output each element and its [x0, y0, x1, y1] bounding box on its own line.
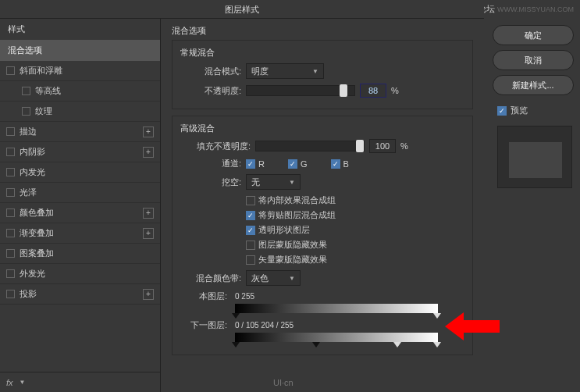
opacity-slider[interactable]	[246, 85, 355, 96]
advanced-blend-group: 高级混合 填充不透明度: 100 % 通道: ✓R ✓G ✓B 挖空:	[172, 116, 473, 355]
adv-option[interactable]: 将内部效果混合成组	[246, 194, 464, 206]
sidebar-item[interactable]: 颜色叠加+	[0, 203, 160, 223]
cancel-button[interactable]: 取消	[493, 50, 574, 70]
checkbox[interactable]	[6, 127, 15, 136]
add-icon[interactable]: +	[143, 127, 154, 137]
opacity-value[interactable]: 88	[360, 84, 386, 98]
blend-mode-select[interactable]: 明度▼	[246, 63, 324, 79]
sidebar-item[interactable]: 渐变叠加+	[0, 223, 160, 244]
fx-menu-icon[interactable]: ▼	[20, 379, 26, 386]
under-layer-values: 0 / 105 204 / 255	[235, 321, 294, 330]
fill-opacity-label: 填充不透明度:	[180, 141, 251, 152]
checkbox[interactable]	[6, 188, 15, 197]
channel-b[interactable]: ✓B	[331, 159, 349, 169]
checkbox[interactable]	[6, 66, 15, 75]
channels-label: 通道:	[180, 158, 241, 169]
blendif-label: 混合颜色带:	[180, 273, 241, 284]
preview-swatch	[497, 126, 572, 188]
fx-icon[interactable]: fx	[6, 378, 13, 387]
sidebar-header: 样式	[0, 19, 160, 40]
adv-title: 高级混合	[180, 123, 464, 134]
add-icon[interactable]: +	[143, 147, 154, 158]
dialog-title: 图层样式	[0, 0, 484, 19]
sidebar-item[interactable]: 纹理	[0, 102, 160, 122]
adv-option[interactable]: ✓透明形状图层	[246, 224, 464, 236]
checkbox[interactable]	[6, 148, 15, 156]
blend-mode-label: 混合模式:	[180, 66, 241, 77]
pct-label: %	[391, 86, 399, 95]
preview-checkbox[interactable]: ✓预览	[497, 105, 574, 116]
checkbox[interactable]	[6, 229, 15, 237]
layer-style-dialog: 图层样式 样式 混合选项 斜面和浮雕等高线纹理描边+内阴影+内发光光泽颜色叠加+…	[0, 0, 484, 392]
add-icon[interactable]: +	[143, 208, 154, 219]
checkbox[interactable]	[6, 208, 15, 217]
checkbox[interactable]	[6, 269, 15, 278]
checkbox[interactable]	[6, 290, 15, 298]
sidebar-item[interactable]: 内发光	[0, 162, 160, 183]
channel-r[interactable]: ✓R	[246, 159, 265, 169]
chevron-down-icon: ▼	[312, 68, 318, 75]
sidebar-item[interactable]: 斜面和浮雕	[0, 61, 160, 81]
checkbox[interactable]	[6, 249, 15, 258]
new-style-button[interactable]: 新建样式...	[493, 75, 574, 95]
checkbox[interactable]	[22, 107, 30, 116]
this-layer-gradient[interactable]	[235, 304, 438, 313]
normal-title: 常规混合	[180, 47, 464, 59]
section-title: 混合选项	[172, 25, 473, 37]
under-layer-gradient[interactable]	[235, 333, 438, 342]
fill-opacity-value[interactable]: 100	[369, 139, 396, 153]
channel-g[interactable]: ✓G	[288, 159, 308, 169]
knockout-select[interactable]: 无▼	[246, 174, 301, 190]
sidebar-item[interactable]: 等高线	[0, 81, 160, 102]
chevron-down-icon: ▼	[289, 179, 295, 186]
normal-blend-group: 常规混合 混合模式: 明度▼ 不透明度: 88 %	[172, 40, 473, 109]
sidebar-item-blending-options[interactable]: 混合选项	[0, 40, 160, 61]
sidebar-item[interactable]: 图案叠加	[0, 244, 160, 264]
chevron-down-icon: ▼	[289, 275, 295, 282]
add-icon[interactable]: +	[143, 228, 154, 239]
sidebar-item[interactable]: 投影+	[0, 284, 160, 305]
this-layer-values: 0 255	[235, 292, 254, 301]
sidebar-item[interactable]: 描边+	[0, 122, 160, 142]
knockout-label: 挖空:	[180, 176, 241, 188]
watermark-sub: WWW.MISSYUAN.COM	[497, 5, 574, 13]
opacity-label: 不透明度:	[180, 85, 241, 97]
sidebar-footer: fx ▼	[0, 372, 160, 392]
adv-option[interactable]: 矢量蒙版隐藏效果	[246, 254, 464, 265]
sidebar-item[interactable]: 外发光	[0, 264, 160, 284]
sidebar-item[interactable]: 内阴影+	[0, 142, 160, 162]
content-panel: 混合选项 常规混合 混合模式: 明度▼ 不透明度: 88 % 高级混合 填充不透…	[161, 19, 484, 392]
ok-button[interactable]: 确定	[493, 25, 574, 45]
annotation-arrow	[445, 312, 500, 340]
logo-text: UI·cn	[273, 378, 294, 387]
checkbox[interactable]	[22, 87, 30, 95]
under-layer-label: 下一图层:	[180, 319, 227, 331]
fill-opacity-slider[interactable]	[255, 141, 365, 151]
sidebar-item[interactable]: 光泽	[0, 183, 160, 203]
checkbox[interactable]	[6, 168, 15, 176]
right-panel: 确定 取消 新建样式... ✓预览	[486, 19, 580, 194]
styles-sidebar: 样式 混合选项 斜面和浮雕等高线纹理描边+内阴影+内发光光泽颜色叠加+渐变叠加+…	[0, 19, 161, 392]
adv-option[interactable]: 图层蒙版隐藏效果	[246, 239, 464, 251]
blendif-select[interactable]: 灰色▼	[246, 270, 301, 286]
add-icon[interactable]: +	[143, 289, 154, 300]
adv-option[interactable]: ✓将剪贴图层混合成组	[246, 209, 464, 221]
this-layer-label: 本图层:	[180, 290, 227, 302]
